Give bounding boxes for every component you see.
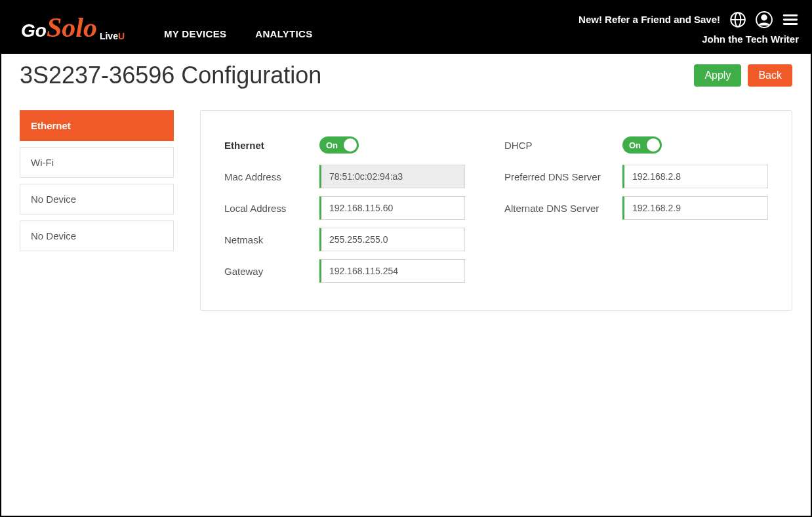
sidebar-item-label: Wi-Fi <box>31 157 54 168</box>
logo-solo: Solo <box>47 14 97 41</box>
preferred-dns-input[interactable] <box>622 165 768 188</box>
menu-icon[interactable] <box>782 11 799 28</box>
gateway-input[interactable] <box>319 259 465 283</box>
back-button[interactable]: Back <box>748 64 792 87</box>
pref-dns-label: Preferred DNS Server <box>504 171 622 182</box>
page-title: 3S2237-36596 Configuration <box>20 62 321 89</box>
mac-address-input <box>319 165 465 188</box>
sidebar-item-label: No Device <box>31 194 76 205</box>
user-icon[interactable] <box>756 11 773 28</box>
header-bar: Go Solo LiveU MY DEVICES ANALYTICS New! … <box>1 1 811 54</box>
netmask-input[interactable] <box>319 228 465 251</box>
alt-dns-label: Alternate DNS Server <box>504 203 622 214</box>
sidebar-item-label: Ethernet <box>31 120 71 131</box>
username[interactable]: John the Tech Writer <box>702 33 799 45</box>
svg-point-4 <box>761 14 767 20</box>
config-panel: Ethernet On Mac Address Local Address <box>200 110 792 311</box>
globe-icon[interactable] <box>729 11 746 28</box>
dhcp-label: DHCP <box>504 140 622 151</box>
logo-u: U <box>118 31 125 41</box>
toggle-text: On <box>629 140 641 150</box>
logo-liveu: LiveU <box>100 31 125 41</box>
gateway-label: Gateway <box>224 266 319 277</box>
local-label: Local Address <box>224 203 319 214</box>
logo-live: Live <box>100 31 118 41</box>
netmask-label: Netmask <box>224 234 319 245</box>
toggle-text: On <box>326 140 338 150</box>
logo[interactable]: Go Solo LiveU <box>21 14 125 41</box>
local-address-input[interactable] <box>319 196 465 220</box>
sidebar: Ethernet Wi-Fi No Device No Device <box>20 110 174 311</box>
alternate-dns-input[interactable] <box>622 196 768 220</box>
main-nav: MY DEVICES ANALYTICS <box>164 28 312 39</box>
apply-button[interactable]: Apply <box>694 64 741 87</box>
nav-my-devices[interactable]: MY DEVICES <box>164 28 226 39</box>
sidebar-item-nodevice-2[interactable]: No Device <box>20 220 174 251</box>
nav-analytics[interactable]: ANALYTICS <box>255 28 312 39</box>
promo-text[interactable]: New! Refer a Friend and Save! <box>579 14 720 25</box>
dhcp-toggle[interactable]: On <box>622 136 662 154</box>
sidebar-item-ethernet[interactable]: Ethernet <box>20 110 174 141</box>
sidebar-item-nodevice-1[interactable]: No Device <box>20 184 174 215</box>
ethernet-toggle[interactable]: On <box>319 136 359 154</box>
ethernet-label: Ethernet <box>224 140 319 151</box>
logo-go: Go <box>21 20 47 41</box>
mac-label: Mac Address <box>224 171 319 182</box>
sidebar-item-wifi[interactable]: Wi-Fi <box>20 147 174 178</box>
sidebar-item-label: No Device <box>31 230 76 241</box>
